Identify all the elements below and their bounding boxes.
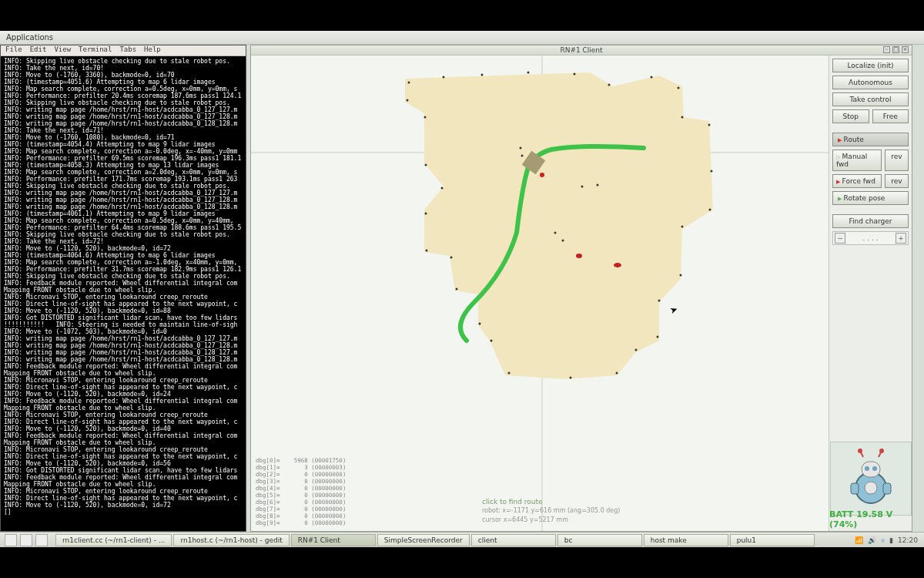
find-charger-button[interactable]: Find charger	[832, 214, 909, 228]
rotate-pose-button[interactable]: Rotate pose	[832, 191, 909, 205]
svg-point-28	[425, 213, 427, 215]
free-button[interactable]: Free	[872, 109, 909, 123]
taskbar-task[interactable]: rn1client.cc (~/rn1-client) - ...	[55, 534, 172, 546]
svg-point-26	[450, 257, 453, 259]
taskbar-tasks: rn1client.cc (~/rn1-client) - ...rn1host…	[52, 534, 849, 546]
launcher-3[interactable]	[35, 534, 48, 546]
svg-rect-51	[851, 483, 859, 494]
svg-point-16	[658, 300, 661, 302]
terminal-menu-view[interactable]: View	[54, 46, 71, 55]
force-rev-button[interactable]: rev	[885, 174, 909, 188]
take-control-button[interactable]: Take control	[832, 92, 909, 106]
svg-point-23	[479, 323, 481, 325]
svg-point-50	[879, 449, 884, 453]
robot-mascot	[830, 442, 912, 516]
tray-network-icon[interactable]: 📶	[855, 536, 863, 544]
svg-point-7	[608, 84, 611, 86]
svg-point-20	[570, 377, 572, 379]
svg-point-8	[651, 76, 653, 79]
terminal-menubar[interactable]: File Edit View Terminal Tabs Help	[1, 45, 246, 56]
manual-fwd-button[interactable]: Manual fwd	[832, 150, 882, 171]
terminal-menu-edit[interactable]: Edit	[30, 46, 47, 55]
maximize-button[interactable]: □	[892, 46, 899, 53]
svg-point-25	[456, 288, 458, 291]
svg-point-11	[708, 124, 711, 126]
letterbox-top	[0, 0, 924, 31]
force-fwd-button[interactable]: Force fwd	[832, 174, 882, 188]
taskbar-launchers	[0, 534, 52, 546]
svg-rect-44	[862, 462, 880, 477]
svg-point-21	[508, 372, 511, 375]
autonomous-button[interactable]: Autonomous	[832, 76, 909, 89]
taskbar-task[interactable]: client	[471, 534, 556, 546]
status-hint: click to find route	[482, 497, 620, 506]
route-button[interactable]: Route	[832, 133, 909, 146]
svg-point-46	[872, 466, 877, 471]
taskbar-task[interactable]: rn1host.c (~/rn1-host) - gedit	[173, 534, 289, 546]
zoom-control: − . . . . +	[832, 231, 909, 245]
stop-button[interactable]: Stop	[832, 109, 869, 123]
terminal-menu-file[interactable]: File	[5, 46, 22, 55]
close-button[interactable]: ×	[902, 46, 909, 53]
svg-point-49	[858, 449, 862, 453]
localize-button[interactable]: Localize (init)	[832, 59, 909, 72]
launcher-2[interactable]	[20, 534, 32, 546]
desktop-top-panel: Applications	[0, 31, 924, 45]
terminal-menu-terminal[interactable]: Terminal	[79, 46, 112, 55]
taskbar: rn1client.cc (~/rn1-client) - ...rn1host…	[0, 532, 924, 547]
minimize-button[interactable]: –	[883, 46, 890, 53]
svg-point-41	[614, 263, 621, 267]
taskbar-task[interactable]: SimpleScreenRecorder	[377, 534, 470, 546]
svg-point-12	[711, 170, 713, 173]
taskbar-task[interactable]: bc	[557, 534, 642, 546]
svg-point-40	[576, 254, 582, 258]
tray-volume-icon[interactable]: 🔊	[868, 536, 876, 544]
client-titlebar[interactable]: RN#1 Client – □ ×	[251, 45, 912, 55]
taskbar-task[interactable]: pulu1	[730, 534, 815, 546]
battery-readout: BATT 19.58 V (74%)	[829, 509, 909, 529]
svg-point-18	[635, 349, 638, 351]
svg-point-27	[426, 250, 428, 252]
terminal-menu-help[interactable]: Help	[144, 46, 161, 55]
status-robot-pose: robot: x=-1171 y=616 mm (ang=305.0 deg)	[482, 506, 620, 516]
tray-battery-icon[interactable]: ▮	[889, 536, 893, 544]
zoom-in-button[interactable]: +	[896, 233, 906, 244]
robot-icon	[840, 448, 902, 509]
tray-bluetooth-icon[interactable]: ⟐	[881, 536, 885, 544]
map-canvas[interactable]: dbg[0]= 5968 (00001750) dbg[1]= 3 (00000…	[251, 55, 829, 531]
taskbar-task[interactable]: RN#1 Client	[291, 534, 376, 546]
svg-point-29	[441, 187, 444, 190]
rn1-client-window: RN#1 Client – □ ×	[250, 45, 912, 532]
terminal-window: File Edit View Terminal Tabs Help INFO: …	[0, 45, 246, 532]
svg-point-19	[616, 372, 618, 375]
debug-readout: dbg[0]= 5968 (00001750) dbg[1]= 3 (00000…	[256, 457, 346, 526]
svg-point-36	[562, 240, 564, 242]
client-title-text: RN#1 Client	[560, 46, 602, 54]
svg-point-6	[574, 73, 576, 76]
svg-point-31	[424, 116, 427, 119]
svg-point-43	[865, 482, 877, 494]
svg-point-38	[521, 155, 524, 157]
svg-point-45	[865, 466, 869, 471]
svg-point-9	[678, 87, 680, 89]
applications-menu[interactable]: Applications	[6, 33, 53, 42]
svg-point-17	[657, 336, 659, 338]
svg-point-10	[681, 116, 684, 119]
zoom-out-button[interactable]: −	[835, 233, 845, 244]
svg-point-15	[680, 274, 682, 277]
svg-point-33	[581, 186, 584, 188]
svg-point-4	[481, 74, 484, 76]
clock[interactable]: 12:20	[898, 536, 918, 544]
svg-point-5	[527, 72, 530, 74]
manual-rev-button[interactable]: rev	[885, 150, 909, 171]
launcher-1[interactable]	[5, 534, 17, 546]
svg-point-2	[408, 82, 410, 84]
svg-point-37	[520, 147, 522, 150]
svg-point-22	[490, 340, 493, 342]
terminal-output[interactable]: INFO: Skipping live obstacle checking du…	[1, 56, 246, 531]
system-tray: 📶 🔊 ⟐ ▮ 12:20	[849, 536, 924, 544]
svg-point-30	[425, 164, 427, 166]
map-status: click to find route robot: x=-1171 y=616…	[482, 497, 620, 525]
terminal-menu-tabs[interactable]: Tabs	[119, 46, 136, 55]
taskbar-task[interactable]: host make	[644, 534, 728, 546]
